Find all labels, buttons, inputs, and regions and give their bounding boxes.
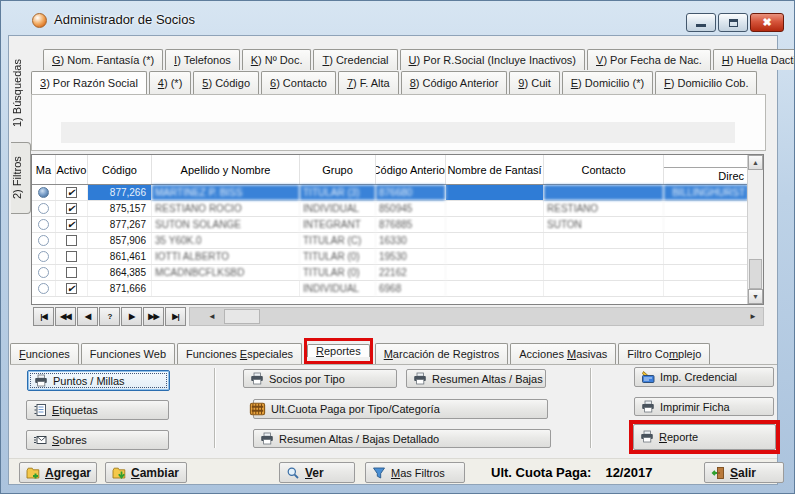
checkbox-checked-icon[interactable]: ✔ xyxy=(66,187,77,198)
radio-icon[interactable] xyxy=(38,235,49,246)
tab-cuit[interactable]: 9) Cuit xyxy=(509,71,559,94)
radio-icon[interactable] xyxy=(38,219,49,230)
row-select-cell[interactable] xyxy=(32,233,56,248)
tab-nom-fantasia[interactable]: G) Nom. Fantasía (*) xyxy=(43,49,163,70)
close-button[interactable]: ✖ xyxy=(750,13,784,32)
tab-funciones-web[interactable]: Funciones Web xyxy=(81,343,175,364)
tab-telefonos[interactable]: I) Telefonos xyxy=(165,49,240,70)
socios-por-tipo-button[interactable]: Socios por Tipo xyxy=(243,369,397,388)
radio-icon[interactable] xyxy=(38,283,49,294)
nav-last-button[interactable]: ▶| xyxy=(165,307,186,326)
row-select-cell[interactable] xyxy=(32,249,56,264)
search-input[interactable] xyxy=(61,122,735,143)
imprimir-ficha-button[interactable]: Imprimir Ficha xyxy=(634,397,774,416)
table-row[interactable]: ✔ 861,461 IOTTI ALBERTO TITULAR (0) 1953… xyxy=(32,249,749,265)
row-active-cell[interactable]: ✔ xyxy=(56,201,88,216)
row-select-cell[interactable] xyxy=(32,185,56,200)
col-header-contacto[interactable]: Contacto xyxy=(544,155,664,184)
tab-reportes[interactable]: Reportes xyxy=(307,344,370,357)
row-select-cell[interactable] xyxy=(32,265,56,280)
row-active-cell[interactable]: ✔ xyxy=(56,265,88,280)
horizontal-scrollbar[interactable]: ◄ ► xyxy=(189,307,764,326)
col-header-direccion[interactable]: Direc xyxy=(664,155,749,184)
col-header-marca[interactable]: Ma xyxy=(32,155,56,184)
reporte-button[interactable]: Reporte xyxy=(633,424,776,450)
vertical-scroll-thumb[interactable] xyxy=(749,259,762,289)
scroll-right-icon[interactable]: ► xyxy=(743,308,763,325)
row-select-cell[interactable] xyxy=(32,201,56,216)
ult-cuota-tipo-categoria-button[interactable]: Ult.Cuota Paga por Tipo/Categoría xyxy=(253,399,548,419)
maximize-button[interactable] xyxy=(718,13,748,32)
col-header-grupo[interactable]: Grupo xyxy=(300,155,376,184)
sobres-button[interactable]: Sobres xyxy=(26,430,169,450)
nav-next-button[interactable]: ▶ xyxy=(121,307,142,326)
salir-button[interactable]: Salir xyxy=(704,462,784,483)
tab-filtro-complejo[interactable]: Filtro Complejo xyxy=(618,343,710,364)
col-header-apellido-nombre[interactable]: Apellido y Nombre xyxy=(152,155,300,184)
imp-credencial-button[interactable]: Imp. Credencial xyxy=(634,367,774,387)
tab-credencial[interactable]: T) Credencial xyxy=(313,49,397,70)
resumen-altas-bajas-button[interactable]: Resumen Altas / Bajas xyxy=(406,369,546,388)
radio-icon[interactable] xyxy=(38,267,49,278)
checkbox-checked-icon[interactable]: ✔ xyxy=(66,283,77,294)
col-header-nombre-fantasia[interactable]: Nombre de Fantasí xyxy=(446,155,544,184)
radio-selected-icon[interactable] xyxy=(38,187,49,198)
cambiar-button[interactable]: Cambiar xyxy=(105,462,187,483)
ver-button[interactable]: Ver xyxy=(279,462,355,483)
row-active-cell[interactable]: ✔ xyxy=(56,217,88,232)
nav-search-button[interactable]: ? xyxy=(99,307,120,326)
checkbox-checked-icon[interactable]: ✔ xyxy=(66,219,77,230)
row-active-cell[interactable]: ✔ xyxy=(56,281,88,296)
table-row[interactable]: ✔ 857,906 35 Y60K.0 TITULAR (C) 16330 xyxy=(32,233,749,249)
side-tab-busquedas[interactable]: 1) Búsquedas xyxy=(11,47,31,139)
nav-prev-button[interactable]: ◀ xyxy=(77,307,98,326)
col-header-codigo[interactable]: Código xyxy=(88,155,152,184)
scroll-up-button[interactable]: ▲ xyxy=(748,155,763,170)
mas-filtros-button[interactable]: Mas Filtros xyxy=(365,462,465,483)
puntos-millas-button[interactable]: Puntos / Millas xyxy=(27,370,170,391)
tab-4-asterisco[interactable]: 4) (*) xyxy=(149,71,191,94)
vertical-scrollbar[interactable]: ▲ ▼ xyxy=(747,155,763,304)
tab-codigo[interactable]: 5) Código xyxy=(193,71,259,94)
row-active-cell[interactable]: ✔ xyxy=(56,185,88,200)
row-select-cell[interactable] xyxy=(32,281,56,296)
table-row[interactable]: ✔ 871,666 INDIVIDUAL 6968 xyxy=(32,281,749,297)
tab-domicilio-cob[interactable]: F) Domicilio Cob. xyxy=(655,71,757,94)
radio-icon[interactable] xyxy=(38,251,49,262)
tab-por-razon-social[interactable]: 3) Por Razón Social xyxy=(31,71,147,94)
radio-icon[interactable] xyxy=(38,203,49,214)
row-select-cell[interactable] xyxy=(32,217,56,232)
table-row[interactable]: ✔ 864,385 MCADNBCFLKSBD TITULAR (0) 2216… xyxy=(32,265,749,281)
nav-fast-prev-button[interactable]: ◀◀ xyxy=(55,307,76,326)
tab-funciones[interactable]: Funciones xyxy=(10,343,79,364)
tab-funciones-especiales[interactable]: Funciones Especiales xyxy=(177,343,302,364)
tab-domicilio[interactable]: E) Domicilio (*) xyxy=(562,71,653,94)
checkbox-unchecked-icon[interactable]: ✔ xyxy=(66,267,77,278)
title-bar[interactable]: Administrador de Socios ✖ xyxy=(1,1,794,35)
col-header-codigo-anterior[interactable]: Código Anterior xyxy=(376,155,446,184)
resumen-altas-bajas-detallado-button[interactable]: Resumen Altas / Bajas Detallado xyxy=(253,429,551,448)
tab-fecha-nac[interactable]: V) Por Fecha de Nac. xyxy=(587,49,711,70)
checkbox-checked-icon[interactable]: ✔ xyxy=(66,203,77,214)
tab-rsocial-inactivos[interactable]: U) Por R.Social (Incluye Inactivos) xyxy=(400,49,586,70)
checkbox-unchecked-icon[interactable]: ✔ xyxy=(66,251,77,262)
col-header-activo[interactable]: Activo xyxy=(56,155,88,184)
tab-contacto[interactable]: 6) Contacto xyxy=(261,71,336,94)
table-row[interactable]: ✔ 875,157 RESTIANO ROCIO INDIVIDUAL 8509… xyxy=(32,201,749,217)
etiquetas-button[interactable]: Etiquetas xyxy=(26,400,169,420)
table-row[interactable]: ✔ 877,266 MARTINEZ P. BISS TITULAR (3) 8… xyxy=(32,185,749,201)
tab-marcacion-registros[interactable]: Marcación de Registros xyxy=(375,343,509,364)
tab-acciones-masivas[interactable]: Acciones Masivas xyxy=(510,343,616,364)
tab-nro-doc[interactable]: K) Nº Doc. xyxy=(242,49,312,70)
row-active-cell[interactable]: ✔ xyxy=(56,249,88,264)
agregar-button[interactable]: Agregar xyxy=(19,462,97,483)
scroll-left-icon[interactable]: ◄ xyxy=(202,308,222,325)
nav-first-button[interactable]: |◀ xyxy=(33,307,54,326)
nav-fast-next-button[interactable]: ▶▶ xyxy=(143,307,164,326)
side-tab-filtros[interactable]: 2) Filtros xyxy=(11,142,31,214)
scroll-down-button[interactable]: ▼ xyxy=(748,289,763,304)
tab-huella-dactilar[interactable]: H) Huella Dactilar xyxy=(713,49,795,70)
tab-codigo-anterior[interactable]: 8) Código Anterior xyxy=(401,71,508,94)
tab-f-alta[interactable]: 7) F. Alta xyxy=(338,71,399,94)
checkbox-unchecked-icon[interactable]: ✔ xyxy=(66,235,77,246)
